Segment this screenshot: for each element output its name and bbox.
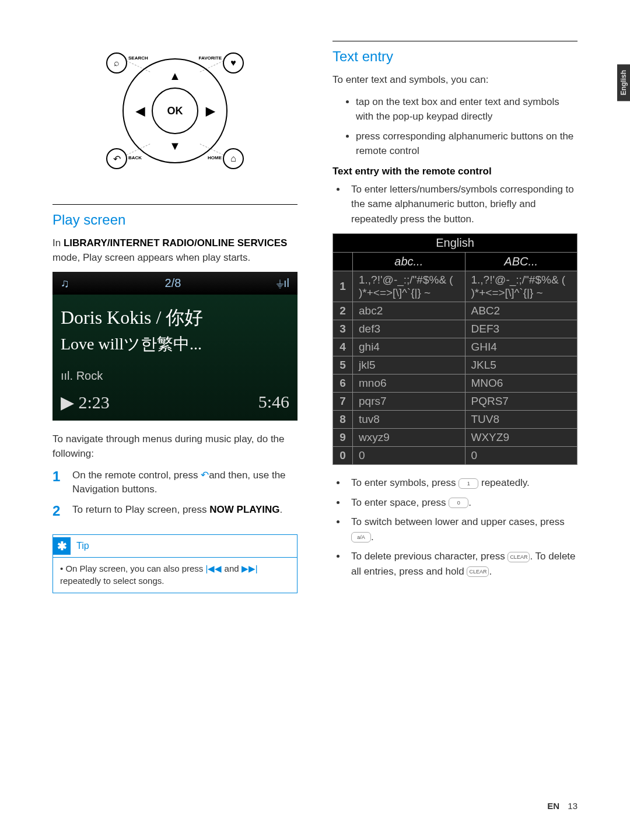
table-row: 4ghi4GHI4 (333, 338, 578, 356)
table-row: 8tuv8TUV8 (333, 411, 578, 429)
left-column: OK ▲ ▼ ◀ ▶ ⌕ SEARCH ♥ FAVORITE ↶ BACK ⌂ … (52, 35, 298, 593)
track-genre: ııl. Rock (61, 369, 289, 383)
page-footer: EN 13 (547, 801, 578, 811)
key-number: 6 (333, 374, 353, 393)
heart-icon: ♥ (230, 58, 236, 68)
key-clear-icon: CLEAR (508, 552, 530, 562)
key-lowercase: wxyz9 (353, 429, 466, 447)
tip-body: • On Play screen, you can also press |◀◀… (53, 557, 297, 593)
remote-entry-heading: Text entry with the remote control (332, 166, 578, 177)
t-c: . (489, 566, 492, 577)
keypad-table: English abc... ABC... 11.,?!'@-_:;/"#$%&… (332, 233, 578, 465)
text-entry-intro: To enter text and symbols, you can: (332, 73, 578, 88)
key-0-icon: 0 (449, 498, 468, 508)
tip-label: Tip (76, 541, 89, 551)
key-lowercase: jkl5 (353, 356, 466, 374)
key-uppercase: MNO6 (465, 374, 578, 393)
search-button: ⌕ (106, 52, 127, 74)
entry-tips: To enter symbols, press 1 repeatedly. To… (332, 475, 578, 579)
home-button: ⌂ (223, 148, 244, 169)
key-lowercase: ghi4 (353, 338, 466, 356)
tip-delete: To delete previous character, press CLEA… (346, 549, 578, 579)
remote-down-arrow: ▼ (169, 139, 181, 153)
t-a: To switch between lower and upper cases,… (351, 516, 565, 527)
play-screen-screenshot: ♫ 2/8 ⏚ıl Doris Kokis / 你好 Love willツ한繁中… (52, 272, 298, 421)
bullet-item: tap on the text box and enter text and s… (356, 94, 578, 124)
player-body: Doris Kokis / 你好 Love willツ한繁中... ııl. R… (52, 295, 298, 421)
key-uppercase: JKL5 (465, 356, 578, 374)
track-counter: 2/8 (165, 276, 181, 290)
key-uppercase: DEF3 (465, 320, 578, 338)
col-abc: abc... (353, 253, 466, 271)
numbered-steps: 1 On the remote control, press ↶and then… (52, 468, 298, 519)
table-row: 9wxyz9WXYZ9 (333, 429, 578, 447)
key-number: 1 (333, 271, 353, 302)
table-row: 2abc2ABC2 (333, 302, 578, 320)
remote-entry-bullets: To enter letters/numbers/symbols corresp… (332, 182, 578, 227)
key-uppercase: 0 (465, 447, 578, 465)
footer-lang: EN (547, 801, 559, 811)
table-row: 6mno6MNO6 (333, 374, 578, 393)
key-uppercase: ABC2 (465, 302, 578, 320)
total-time: 5:46 (258, 392, 289, 412)
key-uppercase: PQRS7 (465, 393, 578, 411)
key-number: 4 (333, 338, 353, 356)
key-number: 7 (333, 393, 353, 411)
t-a: To enter symbols, press (351, 477, 459, 488)
search-label: SEARCH (128, 55, 148, 61)
genre-text: Rock (76, 369, 103, 382)
language-tab: English (617, 64, 630, 101)
section-divider (332, 41, 578, 41)
equalizer-icon: ııl. (61, 369, 76, 382)
tip-c: repeatedly to select songs. (60, 576, 164, 586)
t-b: . (468, 497, 471, 508)
player-top-bar: ♫ 2/8 ⏚ıl (52, 272, 298, 295)
footer-page-num: 13 (568, 801, 578, 811)
table-row: 3def3DEF3 (333, 320, 578, 338)
track-title-line1: Doris Kokis / 你好 (61, 305, 289, 331)
key-number: 0 (333, 447, 353, 465)
home-label: HOME (208, 155, 222, 160)
key-aA-icon: a/A (351, 532, 371, 542)
rewind-icon: |◀◀ (206, 564, 222, 573)
key-number: 5 (333, 356, 353, 374)
play-screen-intro: In LIBRARY/INTERNET RADIO/ONLINE SERVICE… (52, 236, 298, 265)
key-1-icon: 1 (459, 478, 478, 489)
tip-case: To switch between lower and upper cases,… (346, 514, 578, 544)
back-icon: ↶ (201, 470, 209, 481)
step2-c: . (280, 504, 283, 515)
play-screen-heading: Play screen (52, 212, 298, 228)
step-text: On the remote control, press ↶and then, … (72, 468, 298, 497)
tip-space: To enter space, press 0. (346, 495, 578, 510)
key-uppercase: 1.,?!'@-_:;/"#$%& ( )*+<=>[\]^`{|} ~ (465, 271, 578, 302)
key-lowercase: pqrs7 (353, 393, 466, 411)
home-icon: ⌂ (230, 153, 236, 164)
tip-symbols: To enter symbols, press 1 repeatedly. (346, 475, 578, 491)
bullet-item: press corresponding alphanumeric buttons… (356, 129, 578, 159)
remote-right-arrow: ▶ (206, 104, 215, 118)
t-b: . (371, 531, 374, 542)
bullet-item: To enter letters/numbers/symbols corresp… (346, 182, 578, 227)
table-row: 5jkl5JKL5 (333, 356, 578, 374)
intro-bold: LIBRARY/INTERNET RADIO/ONLINE SERVICES (64, 237, 287, 249)
key-lowercase: abc2 (353, 302, 466, 320)
section-divider (52, 204, 298, 205)
key-lowercase: 1.,?!'@-_:;/"#$%& ( )*+<=>[\]^`{|} ~ (353, 271, 466, 302)
magnifier-icon: ⌕ (114, 58, 120, 68)
step-number: 1 (52, 468, 64, 497)
table-row: 7pqrs7PQRS7 (333, 393, 578, 411)
text-entry-bullets: tap on the text box and enter text and s… (332, 94, 578, 159)
step2-a: To return to Play screen, press (72, 504, 209, 515)
key-number: 2 (333, 302, 353, 320)
favorite-label: FAVORITE (199, 55, 222, 61)
step-1: 1 On the remote control, press ↶and then… (52, 468, 298, 497)
favorite-button: ♥ (223, 52, 244, 74)
tip-star-icon: ✱ (53, 537, 71, 555)
music-note-icon: ♫ (61, 276, 69, 290)
key-number: 8 (333, 411, 353, 429)
key-clear-icon: CLEAR (467, 566, 489, 577)
remote-up-arrow: ▲ (169, 69, 181, 83)
intro-suffix: mode, Play screen appears when play star… (52, 252, 250, 263)
key-lowercase: 0 (353, 447, 466, 465)
t-a: To delete previous character, press (351, 551, 508, 562)
